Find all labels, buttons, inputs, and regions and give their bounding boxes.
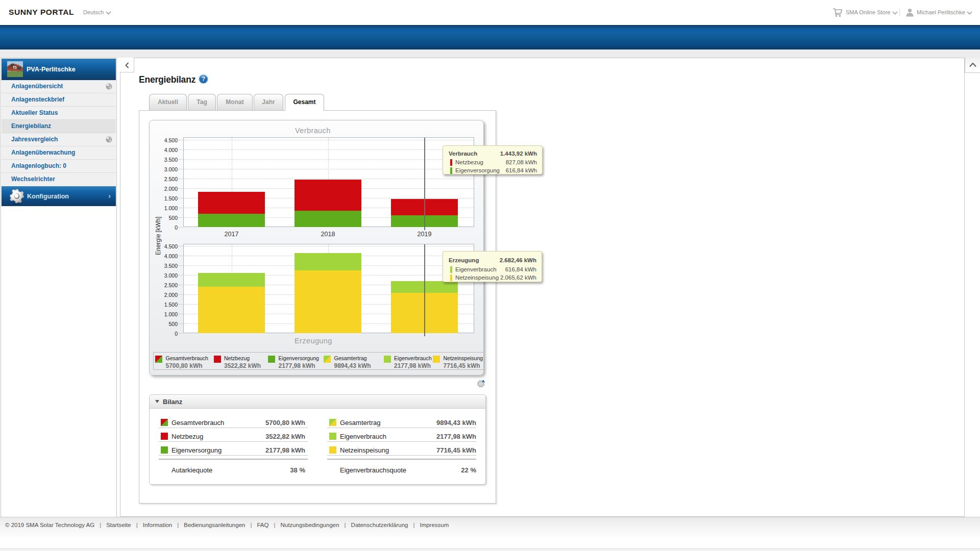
svg-text:?: ? [202,76,205,83]
